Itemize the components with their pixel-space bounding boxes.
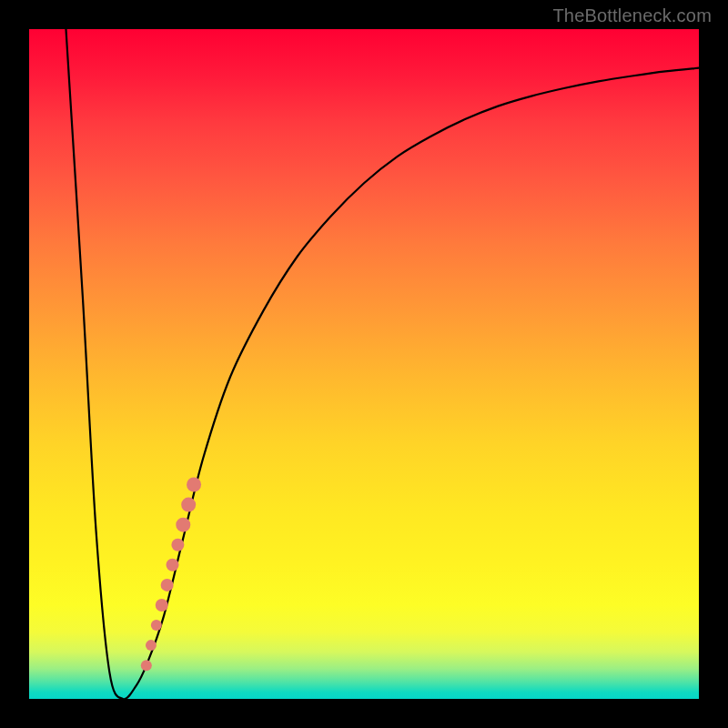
highlight-dot: [167, 559, 179, 571]
highlight-dots: [141, 477, 201, 671]
highlight-dot: [156, 599, 168, 612]
highlight-dot: [181, 498, 196, 512]
highlight-dot: [146, 640, 157, 651]
highlight-dot: [141, 660, 152, 671]
highlight-dot: [161, 579, 174, 592]
attribution-text: TheBottleneck.com: [552, 5, 712, 26]
highlight-dot: [151, 620, 162, 631]
highlight-dot: [187, 477, 201, 491]
chart-frame: TheBottleneck.com: [0, 0, 728, 728]
highlight-dot: [171, 539, 184, 551]
plot-area: [29, 29, 699, 699]
chart-svg: [29, 29, 699, 699]
bottleneck-curve: [66, 29, 699, 699]
highlight-dot: [176, 518, 190, 532]
